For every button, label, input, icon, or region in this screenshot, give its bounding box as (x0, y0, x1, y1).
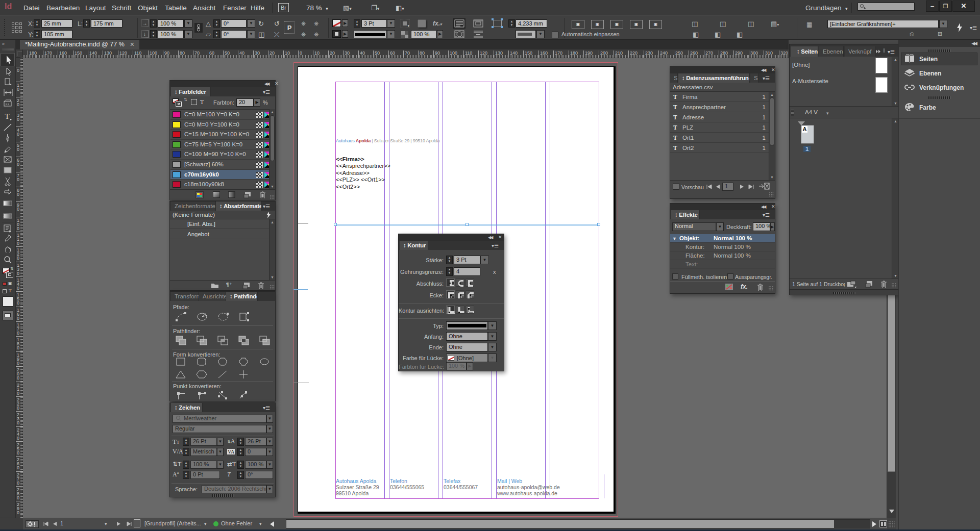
svg-text:T: T (5, 112, 9, 120)
